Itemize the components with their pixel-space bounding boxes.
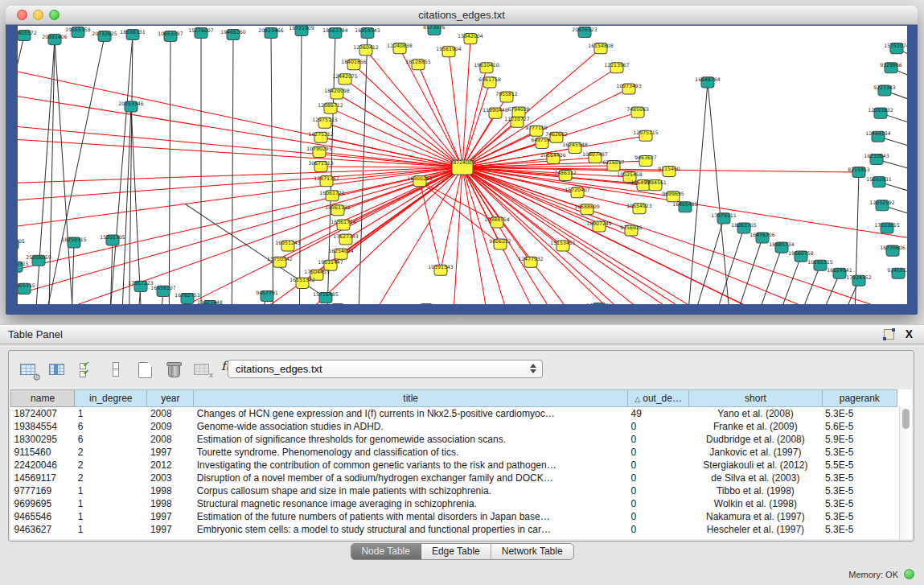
- table-cell[interactable]: 0: [628, 497, 689, 510]
- table-cell[interactable]: Hescheler et al. (1997): [689, 523, 822, 536]
- table-cell[interactable]: Embryonic stem cells: a model to study s…: [194, 523, 628, 536]
- table-cell[interactable]: 14569117: [11, 472, 75, 484]
- new-column-icon[interactable]: [134, 359, 155, 380]
- scrollbar-thumb[interactable]: [902, 409, 910, 429]
- table-cell[interactable]: 1997: [147, 523, 194, 536]
- table-cell[interactable]: 0: [628, 472, 689, 484]
- table-cell[interactable]: Wolkin et al. (1998): [689, 497, 822, 510]
- tab-node-table[interactable]: Node Table: [351, 544, 421, 559]
- table-row[interactable]: 977716911998Corpus callosum shape and si…: [11, 484, 897, 497]
- table-cell[interactable]: 5.3E-5: [822, 510, 897, 523]
- table-cell[interactable]: 1: [75, 484, 147, 497]
- table-row[interactable]: 1830029562008Estimation of significance …: [11, 433, 897, 446]
- tab-edge-table[interactable]: Edge Table: [421, 544, 491, 559]
- table-cell[interactable]: Structural magnetic resonance image aver…: [194, 497, 628, 510]
- table-cell[interactable]: 2008: [147, 433, 194, 446]
- table-cell[interactable]: 1997: [147, 510, 194, 523]
- table-cell[interactable]: 9699695: [11, 497, 75, 510]
- selection-mode-icon[interactable]: [105, 359, 126, 380]
- table-cell[interactable]: 2: [75, 446, 147, 459]
- table-row[interactable]: 2242004622012Investigating the contribut…: [11, 459, 897, 472]
- float-panel-icon[interactable]: [884, 329, 894, 340]
- table-cell[interactable]: 1: [75, 407, 147, 421]
- header-cell-short[interactable]: short: [689, 390, 822, 407]
- table-cell[interactable]: Dudbridge et al. (2008): [689, 433, 822, 446]
- table-cell[interactable]: 1: [75, 523, 147, 536]
- table-mode-icon[interactable]: ⚙: [18, 359, 39, 380]
- table-cell[interactable]: 0: [628, 420, 689, 433]
- table-cell[interactable]: 0: [628, 523, 689, 536]
- table-cell[interactable]: Stergiakouli et al. (2012): [689, 459, 822, 472]
- table-cell[interactable]: 6: [75, 433, 147, 446]
- table-cell[interactable]: de Silva et al. (2003): [689, 472, 822, 484]
- table-row[interactable]: 969969511998Structural magnetic resonanc…: [11, 497, 897, 510]
- table-cell[interactable]: 0: [628, 510, 689, 523]
- table-cell[interactable]: 2012: [147, 459, 194, 472]
- table-cell[interactable]: 1: [75, 510, 147, 523]
- header-cell-year[interactable]: year: [147, 390, 194, 407]
- table-cell[interactable]: Estimation of the future numbers of pati…: [194, 510, 628, 523]
- table-row[interactable]: 1456911722003Disruption of a novel membe…: [11, 472, 897, 484]
- table-cell[interactable]: 18724007: [11, 407, 75, 421]
- row-selection-checks-icon[interactable]: ✔ ✔: [76, 359, 97, 380]
- table-cell[interactable]: 2: [75, 472, 147, 484]
- close-panel-icon[interactable]: X: [906, 328, 913, 340]
- table-cell[interactable]: 5.9E-5: [822, 433, 897, 446]
- table-cell[interactable]: Nakamura et al. (1997): [689, 510, 822, 523]
- table-selector-dropdown[interactable]: citations_edges.txt: [228, 360, 543, 378]
- table-cell[interactable]: 6: [75, 420, 147, 433]
- header-cell-title[interactable]: title: [194, 390, 628, 407]
- header-cell-name[interactable]: name: [11, 390, 75, 407]
- table-cell[interactable]: 1: [75, 497, 147, 510]
- table-cell[interactable]: 1997: [147, 446, 194, 459]
- zoom-window-button[interactable]: [49, 10, 60, 20]
- table-cell[interactable]: 5.6E-5: [822, 420, 897, 433]
- table-cell[interactable]: 9115460: [11, 446, 75, 459]
- table-cell[interactable]: 0: [628, 433, 689, 446]
- table-row[interactable]: 946554611997Estimation of the future num…: [11, 510, 897, 523]
- table-row[interactable]: 911546021997Tourette syndrome. Phenomeno…: [11, 446, 897, 459]
- table-cell[interactable]: 9465546: [11, 510, 75, 523]
- table-cell[interactable]: 2009: [147, 420, 194, 433]
- table-cell[interactable]: 0: [628, 484, 689, 497]
- table-cell[interactable]: 9777169: [11, 484, 75, 497]
- table-cell[interactable]: 0: [628, 459, 689, 472]
- table-cell[interactable]: 5.3E-5: [822, 472, 897, 484]
- table-cell[interactable]: Estimation of significance thresholds fo…: [194, 433, 628, 446]
- table-cell[interactable]: Disruption of a novel member of a sodium…: [194, 472, 628, 484]
- table-cell[interactable]: 2: [75, 459, 147, 472]
- tab-network-table[interactable]: Network Table: [491, 544, 573, 559]
- table-cell[interactable]: Tibbo et al. (1998): [689, 484, 822, 497]
- table-cell[interactable]: Yano et al. (2008): [689, 407, 822, 421]
- table-cell[interactable]: Genome-wide association studies in ADHD.: [194, 420, 628, 433]
- table-cell[interactable]: Investigating the contribution of common…: [194, 459, 628, 472]
- table-cell[interactable]: 5.3E-5: [822, 484, 897, 497]
- table-cell[interactable]: Changes of HCN gene expression and I(f) …: [194, 407, 628, 421]
- table-cell[interactable]: 1998: [147, 484, 194, 497]
- table-cell[interactable]: 5.3E-5: [822, 446, 897, 459]
- header-cell-in_degree[interactable]: in_degree: [75, 390, 147, 407]
- header-cell-pagerank[interactable]: pagerank: [822, 390, 897, 407]
- table-cell[interactable]: 49: [628, 407, 689, 421]
- table-cell[interactable]: 0: [628, 446, 689, 459]
- window-titlebar[interactable]: citations_edges.txt: [6, 6, 918, 25]
- header-cell-out_de[interactable]: △out_de…: [628, 390, 689, 407]
- minimize-window-button[interactable]: [33, 10, 43, 20]
- table-cell[interactable]: Corpus callosum shape and size in male p…: [194, 484, 628, 497]
- table-vertical-scrollbar[interactable]: [899, 406, 912, 539]
- table-cell[interactable]: 5.3E-5: [822, 407, 897, 421]
- table-row[interactable]: 946362711997Embryonic stem cells: a mode…: [11, 523, 897, 536]
- table-cell[interactable]: Jankovic et al. (1997): [689, 446, 822, 459]
- close-window-button[interactable]: [17, 10, 27, 20]
- table-cell[interactable]: 22420046: [11, 459, 75, 472]
- table-cell[interactable]: 2003: [147, 472, 194, 484]
- table-row[interactable]: 1938455462009Genome-wide association stu…: [11, 420, 897, 433]
- table-row[interactable]: 1872400712008Changes of HCN gene express…: [11, 407, 897, 421]
- table-cell[interactable]: 5.3E-5: [822, 497, 897, 510]
- table-cell[interactable]: 2008: [147, 407, 194, 421]
- panel-resize-grip[interactable]: [453, 317, 462, 323]
- table-cell[interactable]: Tourette syndrome. Phenomenology and cla…: [194, 446, 628, 459]
- column-visibility-icon[interactable]: [47, 359, 68, 380]
- table-cell[interactable]: 19384554: [11, 420, 75, 433]
- delete-column-icon[interactable]: [163, 359, 184, 380]
